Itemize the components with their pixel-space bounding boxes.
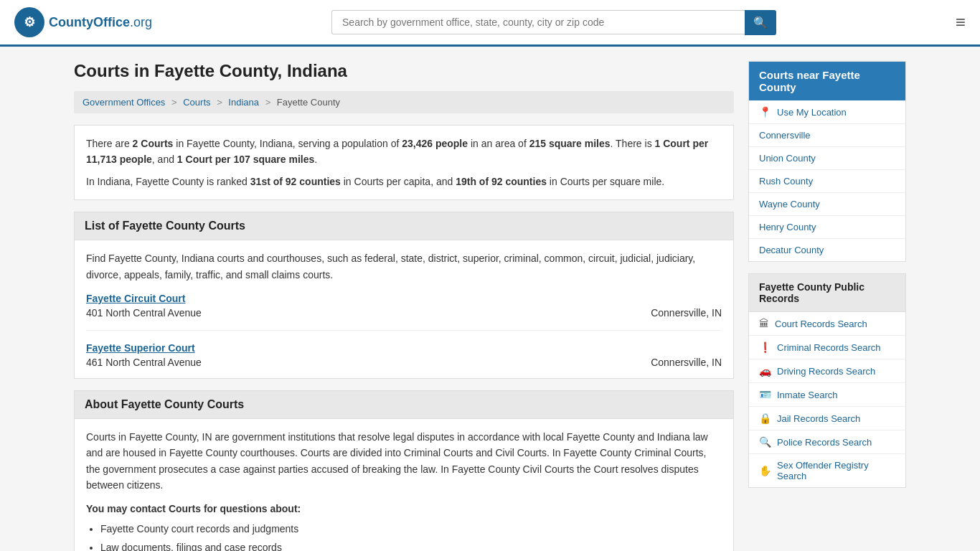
court-item-circuit: Fayette Circuit Court 401 North Central …: [86, 293, 722, 331]
jail-icon: 🔒: [759, 413, 771, 424]
list-description: Find Fayette County, Indiana courts and …: [86, 250, 722, 283]
police-records-search-link[interactable]: 🔍 Police Records Search: [749, 430, 905, 454]
population: 23,426 people: [402, 138, 468, 149]
court-details-circuit: 401 North Central Avenue Connersville, I…: [86, 307, 722, 319]
page-title: Courts in Fayette County, Indiana: [74, 61, 734, 81]
rank-sq-mile: 19th of 92 counties: [456, 176, 547, 187]
sidebar: Courts near Fayette County 📍 Use My Loca…: [748, 61, 906, 551]
about-section-body: Courts in Fayette County, IN are governm…: [74, 418, 734, 551]
main-container: Courts in Fayette County, Indiana Govern…: [60, 47, 920, 551]
public-records-box: Fayette County Public Records 🏛 Court Re…: [748, 273, 906, 488]
court-address-circuit: 401 North Central Avenue: [86, 307, 202, 319]
court-records-label: Court Records Search: [775, 319, 867, 329]
breadcrumb-current: Fayette County: [277, 97, 340, 108]
search-button[interactable]: 🔍: [745, 10, 776, 35]
contact-title: You may contact Courts for questions abo…: [86, 501, 722, 517]
sex-offender-label: Sex Offender Registry Search: [777, 460, 895, 481]
contact-item-0: Fayette County court records and judgmen…: [100, 521, 722, 537]
driving-records-search-link[interactable]: 🚗 Driving Records Search: [749, 359, 905, 383]
breadcrumb-courts[interactable]: Courts: [183, 97, 210, 108]
menu-button[interactable]: ≡: [956, 12, 966, 32]
sex-offender-search-link[interactable]: ✋ Sex Offender Registry Search: [749, 454, 905, 487]
content-area: Courts in Fayette County, Indiana Govern…: [74, 61, 734, 551]
nearby-connersville[interactable]: Connersville: [749, 124, 905, 147]
inmate-search-link[interactable]: 🪪 Inmate Search: [749, 383, 905, 407]
criminal-records-label: Criminal Records Search: [777, 342, 881, 353]
court-per-sq-miles: 1 Court per 107 square miles: [177, 154, 314, 165]
court-item-superior: Fayette Superior Court 461 North Central…: [86, 342, 722, 368]
nearby-rush-county[interactable]: Rush County: [749, 170, 905, 193]
nearby-union-county[interactable]: Union County: [749, 147, 905, 170]
court-city-circuit: Connersville, IN: [651, 307, 722, 319]
area: 215 square miles: [529, 138, 611, 149]
court-records-search-link[interactable]: 🏛 Court Records Search: [749, 312, 905, 336]
search-area: 🔍: [331, 10, 776, 35]
nearby-decatur-county-label: Decatur County: [759, 245, 824, 255]
criminal-records-search-link[interactable]: ❗ Criminal Records Search: [749, 336, 905, 359]
breadcrumb: Government Offices > Courts > Indiana > …: [74, 91, 734, 113]
contact-item-1: Law documents, filings and case records: [100, 540, 722, 551]
logo-text: CountyOffice.org: [49, 15, 152, 30]
logo-icon: ⚙: [14, 7, 44, 37]
nearby-courts-box: Courts near Fayette County 📍 Use My Loca…: [748, 61, 906, 262]
jail-records-search-link[interactable]: 🔒 Jail Records Search: [749, 407, 905, 430]
nearby-wayne-county[interactable]: Wayne County: [749, 193, 905, 216]
nearby-rush-county-label: Rush County: [759, 176, 813, 187]
nearby-henry-county[interactable]: Henry County: [749, 216, 905, 239]
court-icon: 🏛: [759, 318, 769, 329]
criminal-icon: ❗: [759, 342, 771, 353]
court-address-superior: 461 North Central Avenue: [86, 357, 202, 368]
inmate-icon: 🪪: [759, 389, 771, 400]
jail-records-label: Jail Records Search: [777, 413, 860, 424]
nearby-union-county-label: Union County: [759, 153, 816, 164]
inmate-search-label: Inmate Search: [777, 390, 838, 400]
sex-offender-icon: ✋: [759, 465, 771, 476]
nearby-wayne-county-label: Wayne County: [759, 199, 820, 209]
court-city-superior: Connersville, IN: [651, 357, 722, 368]
nearby-courts-title: Courts near Fayette County: [749, 62, 905, 100]
location-icon: 📍: [759, 106, 771, 118]
logo-area: ⚙ CountyOffice.org: [14, 7, 152, 37]
list-section-header: List of Fayette County Courts: [74, 212, 734, 240]
court-details-superior: 461 North Central Avenue Connersville, I…: [86, 357, 722, 368]
police-icon: 🔍: [759, 436, 771, 448]
driving-icon: 🚗: [759, 365, 771, 377]
public-records-title: Fayette County Public Records: [749, 274, 905, 312]
about-para-1: Courts in Fayette County, IN are governm…: [86, 429, 722, 494]
court-name-superior[interactable]: Fayette Superior Court: [86, 342, 722, 354]
info-para-2: In Indiana, Fayette County is ranked 31s…: [86, 174, 722, 189]
use-my-location-link[interactable]: 📍 Use My Location: [749, 100, 905, 124]
driving-records-label: Driving Records Search: [777, 366, 875, 377]
contact-list: Fayette County court records and judgmen…: [100, 521, 722, 551]
police-records-label: Police Records Search: [777, 437, 872, 448]
info-block: There are 2 Courts in Fayette County, In…: [74, 125, 734, 200]
search-input[interactable]: [331, 10, 745, 34]
courts-count: 2 Courts: [133, 138, 174, 149]
breadcrumb-indiana[interactable]: Indiana: [228, 97, 259, 108]
rank-capita: 31st of 92 counties: [250, 176, 341, 187]
info-para-1: There are 2 Courts in Fayette County, In…: [86, 136, 722, 168]
use-location-label: Use My Location: [777, 107, 847, 118]
court-name-circuit[interactable]: Fayette Circuit Court: [86, 293, 722, 304]
nearby-henry-county-label: Henry County: [759, 222, 816, 232]
nearby-connersville-label: Connersville: [759, 130, 811, 141]
about-section-header: About Fayette County Courts: [74, 390, 734, 418]
breadcrumb-gov-offices[interactable]: Government Offices: [83, 97, 165, 108]
nearby-decatur-county[interactable]: Decatur County: [749, 239, 905, 261]
site-header: ⚙ CountyOffice.org 🔍 ≡: [0, 0, 980, 47]
list-section-body: Find Fayette County, Indiana courts and …: [74, 240, 734, 379]
